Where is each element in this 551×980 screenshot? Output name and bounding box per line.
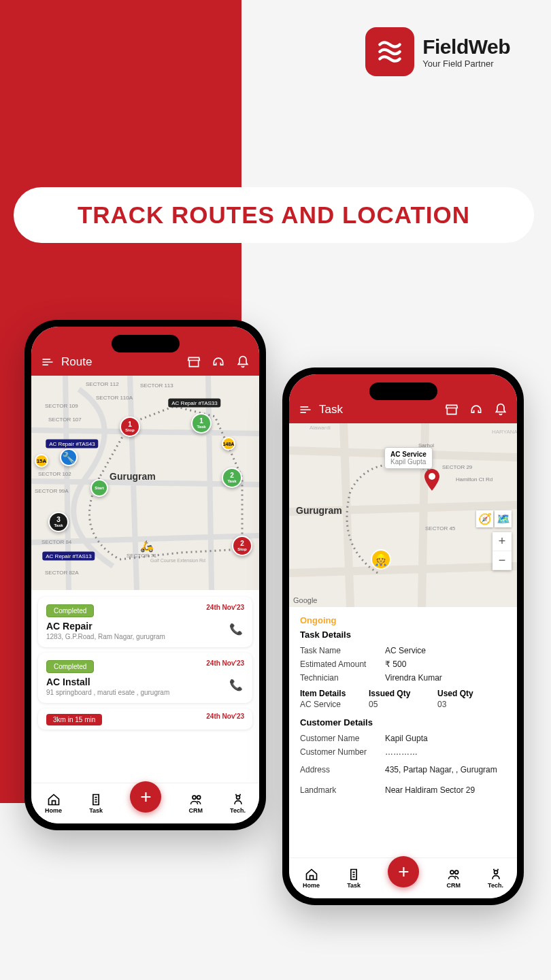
sector-label: SECTOR 29 <box>442 464 472 470</box>
bottom-nav: Home Task + CRM Tech. <box>31 783 259 823</box>
task-list: Completed 24th Nov'23 AC Repair 1283, G.… <box>31 590 259 736</box>
item-header-row: Item DetailsIssued QtyUsed Qty <box>300 689 506 698</box>
svg-point-1 <box>197 796 200 799</box>
sector-label: SECTOR 82A <box>45 570 79 576</box>
nav-task[interactable]: Task <box>89 793 103 814</box>
svg-point-0 <box>193 796 196 799</box>
fab-add[interactable]: + <box>388 856 419 887</box>
svg-point-3 <box>429 473 435 480</box>
screen-title: Route <box>61 355 92 369</box>
svg-point-4 <box>450 870 454 874</box>
sector-label: SECTOR 99A <box>35 488 69 494</box>
bell-icon[interactable] <box>494 403 507 416</box>
headset-icon[interactable] <box>469 403 483 416</box>
pin-stop-2[interactable]: 2Stop <box>232 536 252 556</box>
zoom-controls: + − <box>492 532 512 570</box>
brand-name: FieldWeb <box>422 35 510 59</box>
phone-icon[interactable]: 📞 <box>229 679 243 691</box>
task-tag[interactable]: AC Repair #TAS13 <box>42 552 95 561</box>
pin-wrench-icon[interactable]: 🔧 <box>60 448 78 466</box>
sector-label: SECTOR 113 <box>140 382 173 389</box>
detail-row: Task NameAC Service <box>300 644 506 657</box>
location-pin-icon[interactable] <box>424 469 440 493</box>
nav-tech[interactable]: Tech. <box>230 793 246 814</box>
pin-stop-1[interactable]: 1Stop <box>120 416 140 437</box>
pin-start[interactable]: Start <box>90 479 108 497</box>
sector-label: SECTOR 45 <box>425 525 455 532</box>
menu-icon[interactable] <box>41 355 54 369</box>
google-maps-icon[interactable]: 🗺️ <box>495 510 512 527</box>
nav-crm[interactable]: CRM <box>446 868 461 889</box>
task-card[interactable]: 3km in 15 min 24th Nov'23 <box>38 708 252 730</box>
detail-row: LandmarkNear Haldiram Sector 29 <box>300 783 506 797</box>
map-nav-buttons: 🧭 🗺️ <box>476 510 512 527</box>
svg-point-2 <box>236 796 239 799</box>
task-details-panel: Ongoing Task Details Task NameAC Service… <box>289 607 517 805</box>
directions-icon[interactable]: 🧭 <box>476 510 493 527</box>
task-tag[interactable]: AC Repair #TAS43 <box>46 440 98 448</box>
task-address: 1283, G.P.Road, Ram Nagar, gurugram <box>46 633 244 640</box>
task-address: 91 springboard , maruti esate , gurugram <box>46 689 244 696</box>
detail-row: Estimated Amount₹ 500 <box>300 657 506 671</box>
store-icon[interactable] <box>187 355 201 369</box>
technician-icon: 👷 <box>371 549 391 570</box>
headline-text: TRACK ROUTES AND LOCATION <box>78 201 470 229</box>
fab-add[interactable]: + <box>130 781 161 813</box>
task-title: AC Repair <box>46 621 244 632</box>
pin-task-3[interactable]: 3Task <box>48 512 69 532</box>
headset-icon[interactable] <box>212 355 225 369</box>
status-badge: Completed <box>46 604 94 617</box>
sector-label: SECTOR 109 <box>45 403 78 409</box>
sector-label: SECTOR 110A <box>96 395 133 401</box>
phone-task: Task Gurugram SECTOR 29 SECTOR 45 Sarhol… <box>282 368 524 905</box>
detail-row: Address435, Partap Nagar, , Gurugram <box>300 763 506 777</box>
sector-label: SECTOR 112 <box>86 381 119 387</box>
task-date: 24th Nov'23 <box>206 713 244 720</box>
item-row: AC Service0503 <box>300 698 506 713</box>
sector-label: SECTOR 107 <box>48 416 82 423</box>
phone-route: Route Gurugram SECTOR 112 SECTOR 113 SEC… <box>24 320 266 830</box>
store-icon[interactable] <box>445 403 458 416</box>
status-badge: Completed <box>46 660 94 673</box>
google-attribution: Google <box>293 596 317 604</box>
rider-icon: 🛵 <box>140 540 154 553</box>
task-map[interactable]: Gurugram SECTOR 29 SECTOR 45 Sarhol Hami… <box>289 423 517 607</box>
phone-icon[interactable]: 📞 <box>229 623 243 636</box>
road-label: Golf Course Extension Rd <box>150 558 205 563</box>
nav-task[interactable]: Task <box>347 868 361 889</box>
route-map[interactable]: Gurugram SECTOR 112 SECTOR 113 SECTOR 11… <box>31 376 259 590</box>
pin-route-marker[interactable]: 15A <box>35 454 48 468</box>
map-info-window[interactable]: AC Service Kapil Gupta <box>384 447 433 469</box>
detail-row: TechnicianVirendra Kumar <box>300 671 506 685</box>
task-tag[interactable]: AC Repair #TAS33 <box>168 399 220 408</box>
screen-title: Task <box>319 403 343 416</box>
task-status: Ongoing <box>300 615 506 625</box>
pin-task-2[interactable]: 2Task <box>222 468 242 488</box>
pin-route-marker[interactable]: 148A <box>222 437 235 451</box>
city-label: Gurugram <box>296 505 342 516</box>
sector-label: HARYANA <box>492 429 517 435</box>
nav-crm[interactable]: CRM <box>188 793 203 814</box>
task-card[interactable]: Completed 24th Nov'23 AC Repair 1283, G.… <box>38 597 252 647</box>
zoom-out[interactable]: − <box>492 551 512 570</box>
zoom-in[interactable]: + <box>492 532 512 551</box>
nav-home[interactable]: Home <box>45 793 62 814</box>
nav-tech[interactable]: Tech. <box>488 868 503 889</box>
section-heading: Customer Details <box>300 717 506 728</box>
pin-task-1[interactable]: 1Task <box>191 413 212 434</box>
city-label: Gurugram <box>110 471 156 482</box>
brand-logo-icon <box>365 27 414 76</box>
sector-label: SECTOR 84 <box>41 539 71 545</box>
nav-home[interactable]: Home <box>303 868 320 889</box>
bell-icon[interactable] <box>236 355 250 369</box>
detail-row: Customer NameKapil Gupta <box>300 732 506 745</box>
svg-point-5 <box>454 870 458 874</box>
sector-label: Alawardi <box>310 425 331 431</box>
live-status-badge: 3km in 15 min <box>46 714 102 725</box>
task-card[interactable]: Completed 24th Nov'23 AC Install 91 spri… <box>38 653 252 703</box>
brand-tagline: Your Field Partner <box>422 59 510 69</box>
menu-icon[interactable] <box>299 403 312 416</box>
bottom-nav: Home Task + CRM Tech. <box>289 858 517 898</box>
task-date: 24th Nov'23 <box>206 659 244 667</box>
detail-row: Customer Number………… <box>300 745 506 759</box>
